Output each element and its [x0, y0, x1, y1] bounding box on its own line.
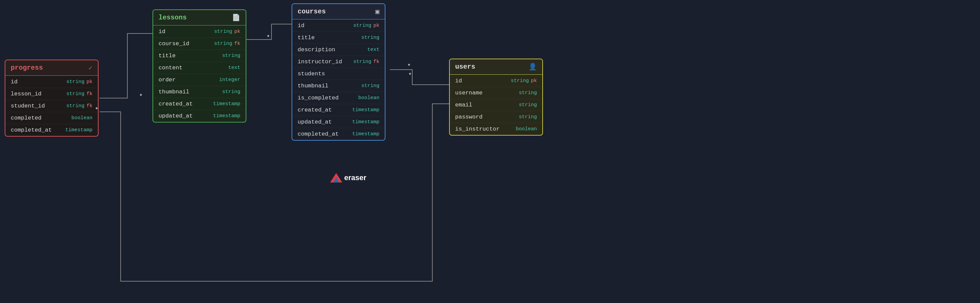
courses-row-completed_at: completed_at timestamp — [292, 128, 385, 140]
star-label-3: * — [407, 63, 411, 70]
progress-icon: ✓ — [89, 63, 92, 72]
field-lesson_id: lesson_id — [11, 91, 41, 97]
field-type-completed: boolean — [72, 115, 92, 121]
courses-title: courses — [298, 8, 326, 16]
users-row-id: id string pk — [450, 75, 542, 87]
users-row-is_instructor: is_instructor boolean — [450, 123, 542, 135]
lessons-title: lessons — [159, 14, 187, 21]
eraser-logo-icon — [330, 173, 342, 182]
courses-row-thumbnail: thumbnail string — [292, 80, 385, 92]
field-type-completed_at: timestamp — [65, 127, 92, 133]
users-row-username: username string — [450, 87, 542, 99]
star-label-5: * — [95, 106, 99, 113]
courses-row-students: students — [292, 68, 385, 80]
field-completed_at: completed_at — [11, 127, 52, 133]
lessons-row-order: order integer — [153, 74, 246, 86]
users-row-password: password string — [450, 111, 542, 123]
progress-row-lesson_id: lesson_id string fk — [5, 88, 98, 100]
users-header: users 👤 — [450, 59, 542, 75]
progress-row-student_id: student_id string fk — [5, 100, 98, 112]
progress-header: progress ✓ — [5, 60, 98, 76]
courses-header: courses ▣ — [292, 4, 385, 19]
lessons-row-created_at: created_at timestamp — [153, 98, 246, 110]
courses-icon: ▣ — [375, 7, 379, 16]
progress-row-completed: completed boolean — [5, 112, 98, 124]
progress-row-id: id string pk — [5, 76, 98, 88]
courses-row-title: title string — [292, 32, 385, 43]
lessons-row-content: content text — [153, 62, 246, 74]
progress-title: progress — [11, 64, 43, 71]
lessons-header: lessons 📄 — [153, 10, 246, 25]
table-lessons: lessons 📄 id string pk course_id string … — [153, 10, 247, 122]
courses-row-updated_at: updated_at timestamp — [292, 116, 385, 128]
field-id: id — [11, 79, 18, 85]
table-progress: progress ✓ id string pk lesson_id string… — [5, 60, 99, 136]
courses-row-created_at: created_at timestamp — [292, 104, 385, 116]
users-row-email: email string — [450, 99, 542, 111]
field-student_id: student_id — [11, 103, 45, 109]
eraser-logo: eraser — [330, 173, 366, 182]
star-label-2: * — [266, 34, 270, 41]
lessons-icon: 📄 — [232, 13, 240, 22]
courses-row-description: description text — [292, 43, 385, 56]
eraser-logo-text: eraser — [344, 173, 366, 182]
courses-row-is_completed: is_completed boolean — [292, 92, 385, 104]
table-courses: courses ▣ id string pk title string desc… — [291, 3, 385, 141]
connections-svg — [0, 0, 980, 303]
field-type-student_id: string fk — [66, 103, 92, 109]
lessons-row-thumbnail: thumbnail string — [153, 86, 246, 98]
canvas: * * * * * progress ✓ id string pk lesson… — [0, 0, 980, 303]
table-users: users 👤 id string pk username string ema… — [449, 59, 543, 136]
star-label-1: * — [139, 93, 143, 100]
star-label-4: * — [408, 72, 412, 79]
field-type-lesson_id: string fk — [66, 91, 92, 97]
field-type-id: string pk — [66, 79, 92, 85]
progress-row-completed_at: completed_at timestamp — [5, 124, 98, 136]
field-completed: completed — [11, 115, 41, 121]
lessons-row-title: title string — [153, 49, 246, 62]
lessons-row-updated_at: updated_at timestamp — [153, 110, 246, 122]
lessons-row-course_id: course_id string fk — [153, 38, 246, 49]
users-icon: 👤 — [528, 63, 537, 71]
lessons-row-id: id string pk — [153, 25, 246, 38]
courses-row-instructor_id: instructor_id string fk — [292, 56, 385, 68]
courses-row-id: id string pk — [292, 19, 385, 32]
users-title: users — [455, 63, 475, 71]
